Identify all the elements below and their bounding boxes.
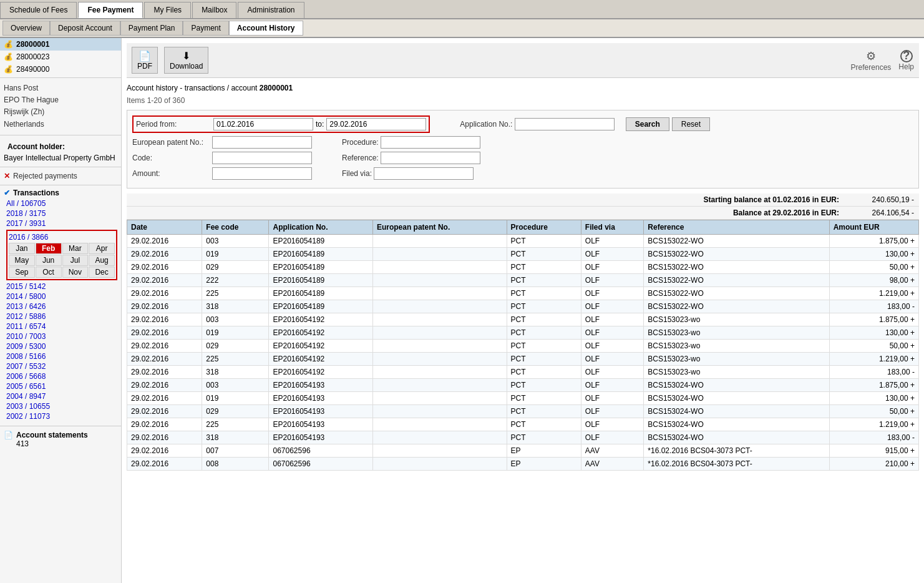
transaction-item[interactable]: 2007 / 5532: [6, 361, 117, 371]
transaction-item[interactable]: 2013 / 6426: [6, 301, 117, 311]
month-cell-jan[interactable]: Jan: [9, 243, 35, 254]
table-row[interactable]: 29.02.2016007067062596EPAAV*16.02.2016 B…: [127, 444, 919, 458]
second-nav-tab-account-history[interactable]: Account History: [229, 21, 303, 36]
help-button[interactable]: ? Help: [898, 50, 914, 71]
month-cell-aug[interactable]: Aug: [89, 255, 115, 266]
sidebar-address: Hans Post EPO The Hague Rijswijk (Zh) Ne…: [0, 80, 121, 133]
search-button[interactable]: Search: [626, 117, 669, 131]
pdf-label: PDF: [137, 62, 152, 71]
top-nav-tab-administration[interactable]: Administration: [238, 2, 304, 18]
transaction-item[interactable]: 2002 / 11073: [6, 411, 117, 421]
top-nav-tab-schedule-of-fees[interactable]: Schedule of Fees: [0, 2, 77, 18]
table-cell: [372, 418, 507, 431]
transaction-item[interactable]: 2006 / 5668: [6, 371, 117, 381]
table-row[interactable]: 29.02.2016318EP2016054189PCTOLFBCS153022…: [127, 300, 919, 313]
reference-input[interactable]: [381, 152, 480, 164]
code-input[interactable]: [212, 152, 312, 164]
transaction-item[interactable]: 2003 / 10655: [6, 401, 117, 411]
transaction-item[interactable]: 2015 / 5142: [6, 282, 117, 292]
european-patent-no-input[interactable]: [212, 136, 312, 149]
account-item-28000023[interactable]: 💰28000023: [0, 51, 121, 63]
table-cell: EP2016054193: [269, 418, 372, 431]
table-cell: 29.02.2016: [127, 405, 202, 418]
table-row[interactable]: 29.02.2016029EP2016054189PCTOLFBCS153022…: [127, 261, 919, 274]
amount-input[interactable]: [212, 167, 312, 180]
application-no-input[interactable]: [515, 118, 615, 130]
top-nav-tab-my-files[interactable]: My Files: [144, 2, 191, 18]
table-cell: [372, 326, 507, 340]
top-nav-tab-fee-payment[interactable]: Fee Payment: [78, 2, 143, 18]
transaction-item[interactable]: 2011 / 6574: [6, 321, 117, 331]
second-nav-tab-payment[interactable]: Payment: [183, 21, 228, 36]
table-row[interactable]: 29.02.2016008067062596EPAAV*16.02.2016 B…: [127, 458, 919, 471]
table-header-reference: Reference: [644, 220, 829, 235]
table-cell: 029: [202, 405, 269, 418]
month-cell-jul[interactable]: Jul: [62, 255, 89, 266]
preferences-button[interactable]: ⚙ Preferences: [851, 49, 892, 72]
table-row[interactable]: 29.02.2016029EP2016054192PCTOLFBCS153023…: [127, 340, 919, 353]
month-cell-apr[interactable]: Apr: [89, 243, 115, 254]
amount-label: Amount:: [132, 169, 207, 178]
document-icon: 📄: [4, 431, 13, 439]
transactions-table: DateFee codeApplication No.European pate…: [127, 220, 919, 471]
amount-row: Amount: Filed via:: [132, 167, 913, 180]
second-nav-tab-overview[interactable]: Overview: [2, 21, 50, 36]
transaction-item[interactable]: 2012 / 5886: [6, 311, 117, 321]
table-row[interactable]: 29.02.2016318EP2016054192PCTOLFBCS153023…: [127, 366, 919, 379]
table-row[interactable]: 29.02.2016222EP2016054189PCTOLFBCS153022…: [127, 274, 919, 287]
download-button[interactable]: ⬇ Download: [164, 47, 208, 74]
account-item-28000001[interactable]: 💰28000001: [0, 38, 121, 51]
account-statements-count: 413: [4, 439, 117, 448]
transaction-item[interactable]: 2016 / 3866: [9, 232, 48, 242]
table-row[interactable]: 29.02.2016019EP2016054192PCTOLFBCS153023…: [127, 326, 919, 340]
transaction-item[interactable]: 2005 / 6561: [6, 381, 117, 391]
reset-button[interactable]: Reset: [672, 117, 710, 131]
period-row: Period from: to: Application No.: Search…: [132, 115, 913, 133]
period-to-input[interactable]: [326, 118, 426, 130]
table-cell: 008: [202, 458, 269, 471]
transaction-item[interactable]: 2008 / 5166: [6, 351, 117, 361]
table-cell: [372, 300, 507, 313]
month-cell-oct[interactable]: Oct: [36, 267, 62, 278]
table-row[interactable]: 29.02.2016003EP2016054193PCTOLFBCS153024…: [127, 379, 919, 392]
second-nav-tab-payment-plan[interactable]: Payment Plan: [120, 21, 183, 36]
table-row[interactable]: 29.02.2016225EP2016054193PCTOLFBCS153024…: [127, 418, 919, 431]
table-row[interactable]: 29.02.2016019EP2016054189PCTOLFBCS153022…: [127, 248, 919, 261]
filed-via-input[interactable]: [374, 167, 474, 180]
procedure-input[interactable]: [381, 136, 480, 149]
table-cell: OLF: [581, 248, 644, 261]
top-nav-tab-mailbox[interactable]: Mailbox: [192, 2, 236, 18]
transaction-item[interactable]: 2014 / 5800: [6, 292, 117, 301]
table-row[interactable]: 29.02.2016003EP2016054192PCTOLFBCS153023…: [127, 313, 919, 326]
month-cell-may[interactable]: May: [9, 255, 35, 266]
rejected-payments-item[interactable]: ✕ Rejected payments: [0, 169, 121, 183]
transaction-item[interactable]: 2004 / 8947: [6, 391, 117, 401]
table-row[interactable]: 29.02.2016019EP2016054193PCTOLFBCS153024…: [127, 392, 919, 405]
table-row[interactable]: 29.02.2016225EP2016054192PCTOLFBCS153023…: [127, 353, 919, 366]
month-cell-dec[interactable]: Dec: [89, 267, 115, 278]
transaction-item[interactable]: All / 106705: [6, 198, 117, 208]
month-cell-nov[interactable]: Nov: [62, 267, 89, 278]
month-cell-sep[interactable]: Sep: [9, 267, 35, 278]
transaction-item[interactable]: 2017 / 3931: [6, 218, 117, 228]
transaction-item[interactable]: 2009 / 5300: [6, 341, 117, 351]
month-cell-jun[interactable]: Jun: [36, 255, 62, 266]
table-row[interactable]: 29.02.2016225EP2016054189PCTOLFBCS153022…: [127, 287, 919, 300]
table-row[interactable]: 29.02.2016029EP2016054193PCTOLFBCS153024…: [127, 405, 919, 418]
table-row[interactable]: 29.02.2016003EP2016054189PCTOLFBCS153022…: [127, 235, 919, 248]
transaction-item[interactable]: 2010 / 7003: [6, 331, 117, 341]
month-cell-mar[interactable]: Mar: [62, 243, 89, 254]
transactions-label[interactable]: ✔ Transactions: [4, 189, 117, 197]
account-item-28490000[interactable]: 💰28490000: [0, 63, 121, 76]
table-row[interactable]: 29.02.2016318EP2016054193PCTOLFBCS153024…: [127, 431, 919, 444]
pdf-button[interactable]: 📄 PDF: [132, 47, 158, 74]
transaction-item[interactable]: 2018 / 3175: [6, 208, 117, 218]
period-from-input[interactable]: [213, 118, 313, 130]
month-cell-feb[interactable]: Feb: [36, 243, 62, 254]
months-grid: JanFebMarAprMayJunJulAugSepOctNovDec: [9, 243, 115, 278]
account-statements-section: 📄 Account statements 413: [0, 428, 121, 451]
check-icon: ✔: [4, 189, 10, 197]
table-cell: 29.02.2016: [127, 313, 202, 326]
second-nav-tab-deposit-account[interactable]: Deposit Account: [50, 21, 120, 36]
account-statements-label[interactable]: 📄 Account statements: [4, 431, 117, 439]
